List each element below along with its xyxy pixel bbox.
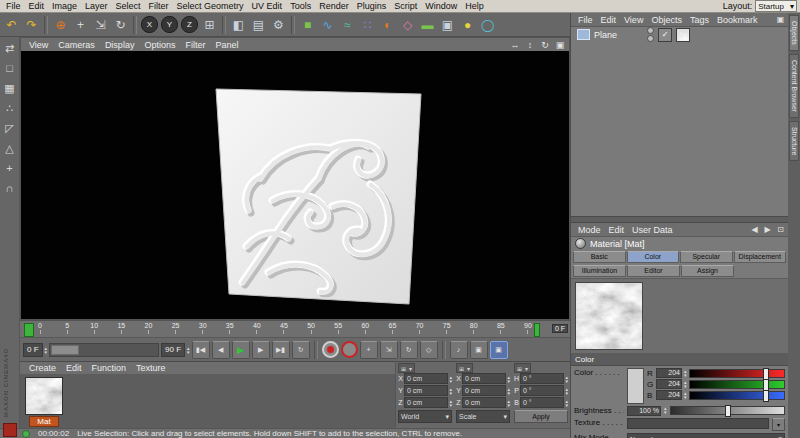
add-camera-icon[interactable]: ▣ [438, 15, 457, 34]
material-thumbnail[interactable] [25, 377, 63, 415]
spin-down-icon[interactable]: ▾ [507, 391, 510, 395]
magnet-snap-icon[interactable]: ∩ [2, 180, 18, 196]
goto-start-button[interactable]: ▮◀ [192, 341, 210, 359]
mix-mode-dropdown[interactable]: Normal ▾ [627, 433, 785, 438]
axis-mode-icon[interactable]: + [2, 160, 18, 176]
play-button[interactable]: ▶ [232, 341, 250, 359]
slider-handle[interactable] [763, 390, 769, 402]
viewport-menu-filter[interactable]: Filter [180, 40, 210, 50]
add-instance-icon[interactable]: ◇ [398, 15, 417, 34]
texture-mode-icon[interactable]: ▦ [2, 80, 18, 96]
end-frame-field[interactable]: 90 F [161, 343, 185, 357]
objects-menu-file[interactable]: File [574, 15, 597, 25]
field-spinner[interactable]: ▴▾ [507, 387, 510, 395]
field-spinner[interactable]: ▴▾ [565, 387, 568, 395]
menu-render[interactable]: Render [315, 1, 353, 11]
tab-displacement[interactable]: Displacement [734, 251, 787, 263]
field-spinner[interactable]: ▴▾ [449, 399, 452, 407]
z-axis-lock-button[interactable]: Z [181, 16, 198, 33]
material-preview-image[interactable] [575, 282, 643, 350]
materials-menu-function[interactable]: Function [87, 363, 132, 373]
menu-filter[interactable]: Filter [145, 1, 173, 11]
menu-window[interactable]: Window [421, 1, 461, 11]
position-x-field[interactable]: 0 cm [404, 373, 448, 384]
texture-tag-icon[interactable] [676, 28, 690, 42]
redo-icon[interactable]: ↷ [22, 15, 41, 34]
channel-r-slider[interactable] [689, 369, 785, 378]
menu-select-geometry[interactable]: Select Geometry [173, 1, 248, 11]
tab-editor[interactable]: Editor [627, 265, 680, 277]
menu-layer[interactable]: Layer [81, 1, 112, 11]
tab-color[interactable]: Color [627, 251, 680, 263]
pan-view-icon[interactable]: ↔ [509, 39, 521, 50]
spin-down-icon[interactable]: ▾ [565, 391, 568, 395]
objects-menu-objects[interactable]: Objects [647, 15, 686, 25]
history-forward-icon[interactable]: ▶ [762, 224, 773, 235]
sound-toggle[interactable]: ♪ [450, 341, 468, 359]
move-tool-icon[interactable]: + [71, 15, 90, 34]
brightness-field[interactable]: 100 % [627, 406, 661, 416]
timeline-ruler[interactable]: 0 5 10 15 20 25 30 35 40 45 50 55 60 65 … [20, 320, 570, 337]
attributes-menu-edit[interactable]: Edit [605, 225, 629, 235]
current-frame-marker[interactable] [24, 323, 34, 337]
size-mode-dropdown[interactable]: Scale▾ [456, 410, 510, 423]
channel-b-slider[interactable] [689, 391, 785, 400]
polygons-mode-icon[interactable]: △ [2, 140, 18, 156]
menu-edit[interactable]: Edit [25, 1, 49, 11]
menu-help[interactable]: Help [461, 1, 488, 11]
panel-option-icon[interactable]: ▣ [775, 14, 786, 25]
color-section-header[interactable]: Color [571, 354, 788, 366]
toggle-view-icon[interactable]: ▣ [554, 39, 566, 50]
tab-basic[interactable]: Basic [573, 251, 626, 263]
size-column-header[interactable]: ⊞▾ [456, 364, 510, 372]
attributes-menu-user-data[interactable]: User Data [628, 225, 677, 235]
add-cube-icon[interactable]: ■ [298, 15, 317, 34]
render-visibility-dot[interactable] [647, 35, 654, 42]
channel-g-slider[interactable] [689, 380, 785, 389]
rotation-h-field[interactable]: 0 ° [520, 373, 564, 384]
object-name[interactable]: Plane [594, 30, 617, 40]
dock-tab-structure[interactable]: Structure [789, 121, 799, 161]
render-view-icon[interactable]: ◧ [229, 15, 248, 34]
key-scale-toggle[interactable]: ⇲ [380, 341, 398, 359]
materials-menu-texture[interactable]: Texture [131, 363, 171, 373]
viewport-menu-options[interactable]: Options [139, 40, 180, 50]
objects-menu-view[interactable]: View [620, 15, 647, 25]
lock-icon[interactable]: ⊡ [775, 224, 786, 235]
coordinate-system-dropdown[interactable]: World▾ [398, 410, 452, 423]
spin-down-icon[interactable]: ▾ [449, 379, 452, 383]
tab-specular[interactable]: Specular [680, 251, 733, 263]
menu-file[interactable]: File [2, 1, 25, 11]
slider-handle[interactable] [725, 405, 731, 417]
scene-plane-object[interactable] [21, 51, 569, 319]
object-list[interactable]: Plane ✓ [571, 27, 788, 216]
field-spinner[interactable]: ▴▾ [664, 406, 667, 414]
spin-down-icon[interactable]: ▾ [507, 403, 510, 407]
history-back-icon[interactable]: ◀ [749, 224, 760, 235]
dock-tab-objects[interactable]: Objects [789, 15, 799, 51]
size-z-field[interactable]: 0 cm [462, 397, 506, 408]
y-axis-lock-button[interactable]: Y [161, 16, 178, 33]
spin-down-icon[interactable]: ▾ [684, 384, 687, 388]
spin-down-icon[interactable]: ▾ [664, 410, 667, 414]
editor-visibility-dot[interactable] [647, 27, 654, 34]
render-options-button[interactable]: ▣ [470, 341, 488, 359]
layout-select[interactable]: Startup ▾ [755, 0, 797, 12]
next-frame-button[interactable]: ▶ [252, 341, 270, 359]
position-y-field[interactable]: 0 cm [404, 385, 448, 396]
phong-tag-icon[interactable]: ✓ [658, 28, 672, 42]
material-name-label[interactable]: Mat [29, 416, 58, 427]
objects-menu-edit[interactable]: Edit [597, 15, 621, 25]
texture-field[interactable] [627, 418, 769, 429]
rotation-column-header[interactable]: ⊞▾ [514, 364, 568, 372]
attributes-menu-mode[interactable]: Mode [574, 225, 605, 235]
panel-splitter[interactable] [571, 216, 788, 223]
preview-range-slider[interactable] [49, 343, 159, 357]
model-mode-icon[interactable]: □ [2, 60, 18, 76]
spin-down-icon[interactable]: ▾ [565, 379, 568, 383]
end-frame-spinner[interactable]: ▴▾ [187, 346, 190, 354]
field-spinner[interactable]: ▴▾ [507, 399, 510, 407]
expand-timeline-button[interactable]: ▣ [490, 341, 508, 359]
render-settings-icon[interactable]: ⚙ [269, 15, 288, 34]
x-axis-lock-button[interactable]: X [141, 16, 158, 33]
